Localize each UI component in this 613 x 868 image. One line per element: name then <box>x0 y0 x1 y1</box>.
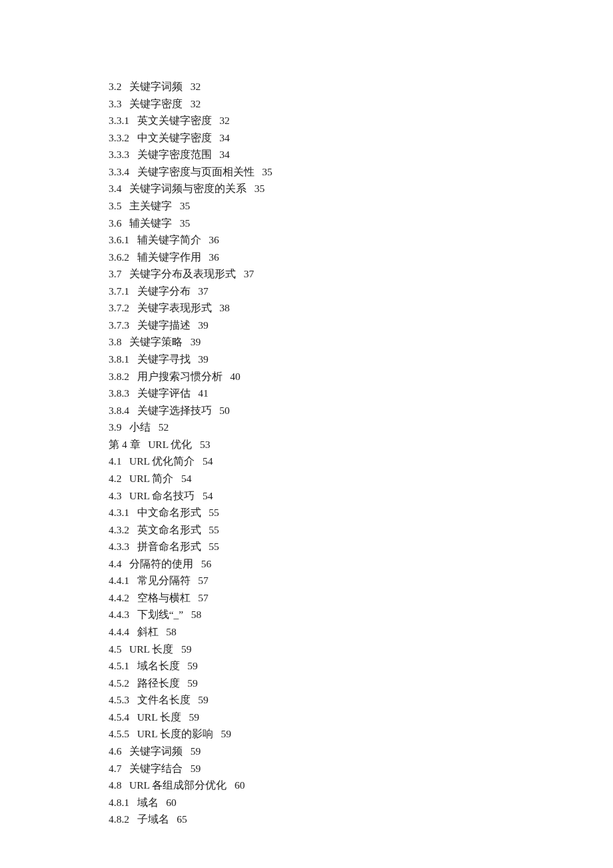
toc-entry: 3.4 关键字词频与密度的关系 35 <box>109 181 613 197</box>
toc-entry-page: 37 <box>244 268 255 279</box>
toc-entry-page: 58 <box>166 626 177 637</box>
toc-entry-page: 54 <box>203 490 213 501</box>
toc-entry-number: 3.8.3 <box>109 385 129 401</box>
toc-entry: 4.7 关键字结合 59 <box>109 761 613 777</box>
toc-entry-number: 3.5 <box>109 198 121 214</box>
toc-entry-page: 55 <box>209 507 219 518</box>
toc-entry-title: 主关键字 <box>129 200 172 211</box>
toc-entry-page: 35 <box>180 200 191 211</box>
toc-entry: 3.6 辅关键字 35 <box>109 215 613 231</box>
toc-entry-page: 39 <box>198 319 209 331</box>
toc-entry: 3.8 关键字策略 39 <box>109 334 613 350</box>
toc-entry-title: 关键字表现形式 <box>137 302 212 313</box>
toc-entry-number: 4.8.1 <box>109 795 129 811</box>
toc-entry-page: 59 <box>187 677 198 689</box>
toc-entry-page: 52 <box>159 421 169 433</box>
toc-entry: 3.3 关键字密度 32 <box>109 96 613 112</box>
toc-entry-number: 4.4.1 <box>109 573 129 589</box>
toc-entry-page: 35 <box>262 166 273 177</box>
toc-entry-title: 分隔符的使用 <box>129 558 193 569</box>
toc-entry-number: 3.6.2 <box>109 249 129 265</box>
toc-entry-number: 3.3.3 <box>109 147 129 163</box>
toc-entry-title: 关键字选择技巧 <box>137 405 212 416</box>
toc-entry: 4.5 URL 长度 59 <box>109 641 613 657</box>
toc-entry-page: 32 <box>191 98 201 109</box>
toc-entry-number: 3.8 <box>109 334 121 350</box>
toc-entry-title: 路径长度 <box>137 677 180 689</box>
toc-entry-title: 子域名 <box>137 813 169 825</box>
toc-entry-number: 4.5.4 <box>109 709 129 725</box>
toc-entry: 第 4 章 URL 优化 53 <box>109 437 613 453</box>
toc-entry-page: 41 <box>198 387 209 399</box>
toc-entry-page: 50 <box>219 405 230 416</box>
toc-entry: 4.1 URL 优化简介 54 <box>109 453 613 469</box>
toc-entry: 4.3.2 英文命名形式 55 <box>109 522 613 538</box>
toc-entry-number: 4.7 <box>109 761 121 777</box>
toc-entry: 4.5.3 文件名长度 59 <box>109 692 613 708</box>
toc-entry-page: 39 <box>191 336 201 347</box>
toc-entry-number: 3.3 <box>109 96 121 112</box>
toc-entry-number: 3.3.1 <box>109 113 129 129</box>
toc-entry-page: 37 <box>198 285 209 297</box>
toc-entry-page: 57 <box>198 575 209 586</box>
toc-entry-title: 关键字密度 <box>129 98 183 109</box>
toc-entry-number: 3.6 <box>109 215 121 231</box>
toc-entry: 3.6.2 辅关键字作用 36 <box>109 249 613 265</box>
toc-entry-title: 空格与横杠 <box>137 592 191 603</box>
toc-entry-number: 4.4 <box>109 556 121 572</box>
toc-entry-number: 3.7.3 <box>109 317 129 333</box>
toc-entry: 3.8.4 关键字选择技巧 50 <box>109 403 613 419</box>
toc-entry-title: URL 各组成部分优化 <box>129 779 227 791</box>
toc-entry-number: 4.8 <box>109 777 121 793</box>
toc-entry-page: 35 <box>180 217 191 229</box>
toc-entry-page: 55 <box>209 524 219 535</box>
toc-entry-page: 59 <box>181 643 192 655</box>
toc-entry-title: 关键字密度范围 <box>137 149 212 160</box>
toc-entry-title: 关键字分布及表现形式 <box>129 268 236 279</box>
toc-entry-page: 56 <box>201 558 212 569</box>
toc-entry-title: 中文关键字密度 <box>137 132 212 143</box>
toc-entry-title: 域名 <box>137 797 159 808</box>
toc-entry: 4.4.2 空格与横杠 57 <box>109 590 613 606</box>
toc-entry-page: 53 <box>200 439 211 450</box>
toc-entry-page: 59 <box>189 711 200 723</box>
toc-entry-number: 4.5.5 <box>109 726 129 742</box>
toc-entry-title: 关键字词频 <box>129 745 183 757</box>
toc-entry-number: 3.8.4 <box>109 403 129 419</box>
toc-entry-title: URL 优化简介 <box>129 455 195 467</box>
toc-entry: 3.7.3 关键字描述 39 <box>109 317 613 333</box>
toc-entry-number: 4.2 <box>109 471 121 487</box>
toc-entry: 3.3.2 中文关键字密度 34 <box>109 130 613 146</box>
toc-entry-title: 用户搜索习惯分析 <box>137 371 223 382</box>
toc-entry-number: 4.1 <box>109 453 121 469</box>
toc-entry-page: 35 <box>255 183 265 194</box>
toc-entry-page: 59 <box>191 745 201 757</box>
toc-entry-page: 60 <box>166 797 177 808</box>
toc-entry-title: URL 优化 <box>148 439 192 450</box>
toc-entry-title: 关键字结合 <box>129 763 183 774</box>
toc-entry: 3.2 关键字词频 32 <box>109 79 613 95</box>
toc-entry: 3.8.2 用户搜索习惯分析 40 <box>109 369 613 385</box>
toc-entry-number: 4.4.4 <box>109 624 129 640</box>
toc-entry: 4.8.2 子域名 65 <box>109 811 613 827</box>
toc-entry-number: 3.3.4 <box>109 164 129 180</box>
toc-entry: 3.9 小结 52 <box>109 419 613 435</box>
toc-entry-title: 中文命名形式 <box>137 507 201 518</box>
toc-entry: 3.8.3 关键字评估 41 <box>109 385 613 401</box>
toc-entry-page: 38 <box>219 302 230 313</box>
toc-entry-page: 60 <box>235 779 245 791</box>
toc-entry: 4.8 URL 各组成部分优化 60 <box>109 777 613 793</box>
toc-entry: 4.6 关键字词频 59 <box>109 743 613 759</box>
toc-entry-number: 3.7.2 <box>109 300 129 316</box>
toc-entry: 4.3.3 拼音命名形式 55 <box>109 539 613 555</box>
toc-entry-title: 辅关键字 <box>129 217 172 229</box>
toc-entry: 4.8.1 域名 60 <box>109 795 613 811</box>
toc-entry-page: 34 <box>219 149 230 160</box>
toc-entry: 4.2 URL 简介 54 <box>109 471 613 487</box>
toc-entry-number: 3.9 <box>109 419 121 435</box>
toc-entry-page: 59 <box>191 763 201 774</box>
toc-entry-title: 辅关键字作用 <box>137 251 201 263</box>
toc-entry-page: 57 <box>198 592 209 603</box>
toc-entry: 4.5.2 路径长度 59 <box>109 675 613 691</box>
toc-entry-title: 小结 <box>129 421 151 433</box>
